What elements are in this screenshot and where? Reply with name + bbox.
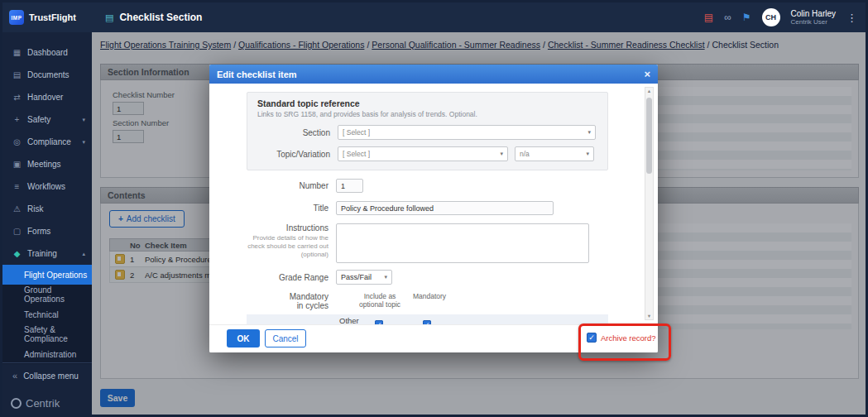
centrik-logo-ring <box>11 398 22 409</box>
topic-secondary-select[interactable]: n/a ▾ <box>515 146 594 161</box>
ok-button[interactable]: OK <box>227 329 260 348</box>
training-icon: ◆ <box>12 249 22 258</box>
chevron-down-icon: ▾ <box>82 117 85 123</box>
cycle-column-headers: Include as optional topic Mandatory <box>336 292 453 309</box>
modal-title: Edit checklist item <box>217 70 297 79</box>
sidebar-item-handover[interactable]: ⇄ Handover <box>2 86 92 108</box>
section-select[interactable]: [ Select ] ▾ <box>338 125 596 140</box>
sidebar-item-label: Compliance <box>27 137 71 146</box>
sidebar-item-dashboard[interactable]: ▦ Dashboard <box>2 41 92 64</box>
sidebar-divider <box>2 362 92 363</box>
instructions-textarea[interactable] <box>336 223 589 263</box>
sidebar-item-risk[interactable]: ⚠ Risk <box>2 198 92 220</box>
sidebar-item-label: Meetings <box>27 160 61 169</box>
sidebar-item-documents[interactable]: ▤ Documents <box>2 64 92 86</box>
instructions-label: Instructions <box>247 223 328 232</box>
avatar[interactable]: CH <box>762 8 780 26</box>
forms-icon: ▢ <box>12 227 22 236</box>
collapse-icon: « <box>12 371 17 381</box>
sidebar-item-administration[interactable]: Administration <box>2 344 92 364</box>
instructions-help: Provide details of how the check should … <box>247 234 328 259</box>
grade-range-value: Pass/Fail <box>341 273 372 281</box>
sidebar-item-training[interactable]: ◆ Training ▴ <box>2 242 92 265</box>
compliance-icon: ◎ <box>12 137 22 146</box>
modal-body: Standard topic reference Links to SRG 11… <box>209 84 658 325</box>
documents-icon: ▤ <box>12 70 22 79</box>
chevron-down-icon: ▾ <box>82 139 85 146</box>
chevron-down-icon: ▾ <box>587 129 591 136</box>
user-role: Centrik User <box>791 18 836 26</box>
collapse-menu-button[interactable]: « Collapse menu <box>2 365 92 386</box>
sidebar-item-label: Dashboard <box>27 48 68 57</box>
workflows-icon: ≡ <box>12 182 22 191</box>
archive-record-control: ✓ Archive record? <box>587 333 656 343</box>
archive-record-label: Archive record? <box>601 333 656 343</box>
collapse-menu-label: Collapse menu <box>23 371 79 381</box>
user-menu[interactable]: Colin Harley Centrik User <box>791 9 836 26</box>
brand-area: IMP TrustFlight <box>2 10 92 25</box>
topic-variation-select[interactable]: [ Select ] ▾ <box>338 146 508 161</box>
sidebar-item-meetings[interactable]: ▣ Meetings <box>2 153 92 175</box>
tasks-icon[interactable]: ▤ <box>704 12 713 23</box>
mandatory-column-header: Mandatory <box>406 292 453 309</box>
page-title: Checklist Section <box>119 12 202 23</box>
sidebar-item-technical[interactable]: Technical <box>2 304 92 324</box>
scroll-down-icon[interactable]: ▼ <box>645 314 653 319</box>
sidebar-item-safety[interactable]: + Safety ▾ <box>2 108 92 131</box>
mandatory-in-cycles-label-2: in cycles <box>247 301 328 310</box>
topic-variation-label: Topic/Variation <box>257 150 338 159</box>
announcement-icon[interactable]: ⚑ <box>742 12 751 23</box>
centrik-logo-text: Centrik <box>26 397 60 410</box>
page-title-wrap: ▤ Checklist Section <box>105 12 202 23</box>
modal-scrollbar[interactable]: ▲ ▼ <box>645 87 654 320</box>
centrik-logo: Centrik <box>11 397 60 410</box>
include-as-optional-topic-header: Include as optional topic <box>353 292 406 309</box>
sidebar-item-flight-operations[interactable]: Flight Operations <box>2 265 92 285</box>
chevron-down-icon: ▾ <box>586 151 589 157</box>
chevron-down-icon: ▾ <box>384 274 387 280</box>
sidebar-item-ground-operations[interactable]: Ground Operations <box>2 285 92 304</box>
checklist-icon: ▤ <box>105 12 113 23</box>
sidebar-item-label: Training <box>27 249 57 258</box>
sidebar-item-label: Forms <box>27 227 50 236</box>
sidebar-item-compliance[interactable]: ◎ Compliance ▾ <box>2 131 92 153</box>
title-label: Title <box>247 204 336 213</box>
cancel-button[interactable]: Cancel <box>265 329 306 348</box>
sidebar-item-forms[interactable]: ▢ Forms <box>2 220 92 242</box>
mandatory-in-cycles-label: Mandatory <box>247 292 328 301</box>
link-icon[interactable]: ∞ <box>724 12 731 23</box>
safety-icon: + <box>12 115 22 124</box>
number-field[interactable]: 1 <box>336 179 363 193</box>
training-submenu: Flight Operations Ground Operations Tech… <box>2 265 92 364</box>
sidebar-item-label: Safety <box>27 115 50 124</box>
topic-reference-subtitle: Links to SRG 1158, and provides basis fo… <box>257 110 597 118</box>
chevron-up-icon: ▴ <box>82 251 85 257</box>
scrollbar-thumb[interactable] <box>646 98 652 174</box>
sidebar-item-label: Workflows <box>27 182 65 191</box>
grade-range-select[interactable]: Pass/Fail ▾ <box>336 270 392 285</box>
archive-record-checkbox[interactable]: ✓ <box>587 333 597 343</box>
scroll-up-icon[interactable]: ▲ <box>645 89 653 93</box>
sidebar-item-workflows[interactable]: ≡ Workflows <box>2 175 92 198</box>
section-label: Section <box>257 128 338 137</box>
topic-secondary-value: n/a <box>520 150 530 158</box>
kebab-menu-icon[interactable]: ⋮ <box>846 12 857 24</box>
meetings-icon: ▣ <box>12 160 22 169</box>
number-label: Number <box>247 181 336 190</box>
sidebar-item-label: Risk <box>27 204 43 213</box>
section-select-value: [ Select ] <box>343 128 370 137</box>
user-name: Colin Harley <box>791 9 836 19</box>
handover-icon: ⇄ <box>12 93 22 102</box>
header-actions: ▤ ∞ ⚑ CH Colin Harley Centrik User ⋮ <box>704 8 866 26</box>
close-icon[interactable]: × <box>644 68 650 80</box>
edit-checklist-item-modal: Edit checklist item × Standard topic ref… <box>209 65 658 352</box>
app-window: IMP TrustFlight ▤ Checklist Section ▤ ∞ … <box>0 0 868 417</box>
modal-footer: OK Cancel ✓ Archive record? <box>209 324 658 352</box>
standard-topic-reference-box: Standard topic reference Links to SRG 11… <box>247 92 608 170</box>
risk-icon: ⚠ <box>12 204 22 213</box>
sidebar: ▦ Dashboard ▤ Documents ⇄ Handover + Saf… <box>2 32 92 415</box>
sidebar-item-safety-compliance[interactable]: Safety & Compliance <box>2 324 92 344</box>
title-field[interactable]: Policy & Procedure followed <box>336 201 554 215</box>
brand-name: TrustFlight <box>29 12 76 22</box>
chevron-down-icon: ▾ <box>500 151 503 157</box>
